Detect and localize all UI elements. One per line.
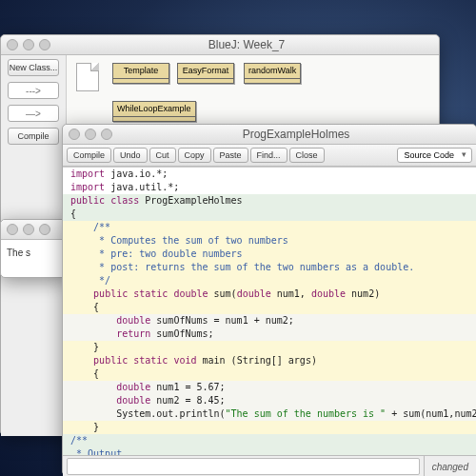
editor-toolbar: Compile Undo Cut Copy Paste Find... Clos… xyxy=(63,145,476,167)
readme-icon[interactable] xyxy=(76,63,99,91)
cut-button[interactable]: Cut xyxy=(149,148,176,163)
editor-window: ProgExampleHolmes Compile Undo Cut Copy … xyxy=(62,124,476,476)
note-window: The s xyxy=(0,219,69,278)
new-class-button[interactable]: New Class... xyxy=(8,59,59,76)
inherit-arrow-tool[interactable]: —> xyxy=(8,105,59,122)
desktop-background: BlueJ: Week_7 New Class... ---> —> Compi… xyxy=(0,0,476,476)
window-controls[interactable] xyxy=(69,129,112,140)
window-controls[interactable] xyxy=(7,39,50,50)
editor-title: ProgExampleHolmes xyxy=(122,128,470,141)
note-body: The s xyxy=(1,240,68,266)
compile-button[interactable]: Compile xyxy=(67,148,111,163)
class-whileloop[interactable]: WhileLoopExample xyxy=(112,101,196,122)
window-controls[interactable] xyxy=(7,224,50,235)
copy-button[interactable]: Copy xyxy=(178,148,211,163)
uses-arrow-tool[interactable]: ---> xyxy=(8,82,59,99)
class-randomwalk[interactable]: randomWalk xyxy=(244,63,301,84)
status-label: changed xyxy=(424,456,476,476)
undo-button[interactable]: Undo xyxy=(113,148,148,163)
bluej-title: BlueJ: Week_7 xyxy=(60,38,433,51)
find-button[interactable]: Find... xyxy=(250,148,288,163)
class-template[interactable]: Template xyxy=(112,63,169,84)
class-easyformat[interactable]: EasyFormat xyxy=(177,63,234,84)
close-button[interactable]: Close xyxy=(289,148,325,163)
note-titlebar[interactable] xyxy=(1,220,68,240)
paste-button[interactable]: Paste xyxy=(213,148,248,163)
status-input[interactable] xyxy=(67,458,420,475)
compile-button[interactable]: Compile xyxy=(8,128,59,145)
view-mode-select[interactable]: Source Code xyxy=(397,148,472,163)
code-area[interactable]: import java.io.*; import java.util.*; pu… xyxy=(63,167,476,455)
editor-titlebar[interactable]: ProgExampleHolmes xyxy=(63,125,476,145)
statusbar: changed xyxy=(63,455,476,476)
bluej-titlebar[interactable]: BlueJ: Week_7 xyxy=(1,35,439,55)
